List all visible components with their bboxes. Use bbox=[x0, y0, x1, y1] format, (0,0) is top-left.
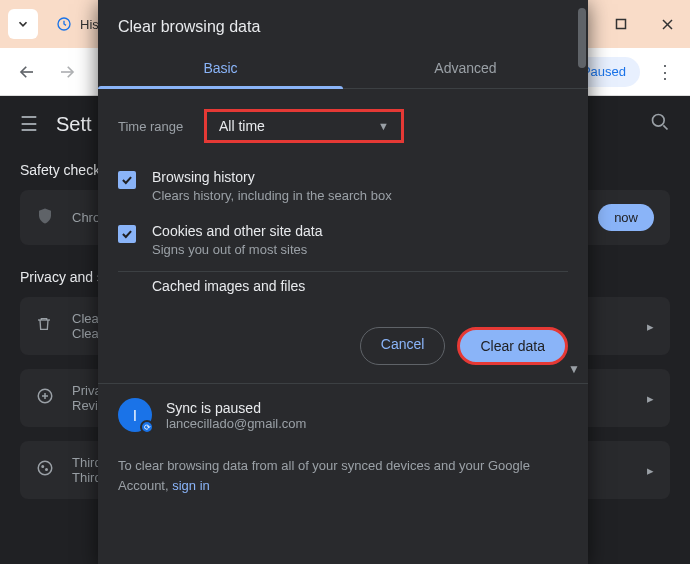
svg-point-20 bbox=[38, 461, 52, 475]
cookie-icon bbox=[36, 459, 58, 481]
sync-status-row[interactable]: l ⟳ Sync is paused lancecillado@gmail.co… bbox=[98, 383, 588, 442]
checkbox-checked[interactable] bbox=[118, 171, 136, 189]
dialog-scrollbar[interactable] bbox=[576, 4, 588, 564]
chevron-right-icon: ▸ bbox=[647, 463, 654, 478]
tab-search-button[interactable] bbox=[8, 9, 38, 39]
search-icon[interactable] bbox=[650, 112, 670, 137]
check-now-button[interactable]: now bbox=[598, 204, 654, 231]
svg-point-22 bbox=[46, 469, 48, 471]
chevron-right-icon: ▸ bbox=[647, 391, 654, 406]
chevron-down-icon: ▼ bbox=[378, 120, 389, 132]
page-title: Sett bbox=[56, 113, 92, 136]
time-range-value: All time bbox=[219, 118, 265, 134]
maximize-button[interactable] bbox=[598, 4, 644, 44]
option-cache[interactable]: Cached images and files bbox=[98, 272, 588, 307]
svg-point-21 bbox=[42, 466, 44, 468]
sync-email: lancecillado@gmail.com bbox=[166, 416, 306, 431]
checkbox-checked[interactable] bbox=[118, 225, 136, 243]
shield-icon bbox=[36, 207, 58, 229]
chevron-right-icon: ▸ bbox=[647, 319, 654, 334]
svg-point-15 bbox=[653, 114, 665, 126]
safety-text: Chro bbox=[72, 210, 100, 225]
cancel-button[interactable]: Cancel bbox=[360, 327, 446, 365]
trash-icon bbox=[36, 316, 58, 336]
option-subtitle: Clears history, including in the search … bbox=[152, 188, 392, 203]
option-subtitle: Signs you out of most sites bbox=[152, 242, 322, 257]
svg-rect-3 bbox=[617, 20, 626, 29]
time-range-select[interactable]: All time ▼ bbox=[204, 109, 404, 143]
close-window-button[interactable] bbox=[644, 4, 690, 44]
svg-line-16 bbox=[663, 125, 667, 129]
option-title: Browsing history bbox=[152, 169, 392, 185]
tab-advanced[interactable]: Advanced bbox=[343, 50, 588, 88]
avatar: l ⟳ bbox=[118, 398, 152, 432]
option-browsing-history[interactable]: Browsing history Clears history, includi… bbox=[98, 159, 588, 213]
footer-note: To clear browsing data from all of your … bbox=[98, 442, 588, 495]
time-range-label: Time range bbox=[118, 119, 190, 134]
plus-circle-icon bbox=[36, 387, 58, 409]
chevron-down-icon[interactable]: ▼ bbox=[568, 362, 580, 376]
sync-title: Sync is paused bbox=[166, 400, 306, 416]
clear-data-button[interactable]: Clear data bbox=[457, 327, 568, 365]
option-cookies[interactable]: Cookies and other site data Signs you ou… bbox=[98, 213, 588, 267]
history-icon bbox=[56, 16, 72, 32]
clear-browsing-data-dialog: Clear browsing data Basic Advanced Time … bbox=[98, 0, 588, 564]
dialog-title: Clear browsing data bbox=[98, 0, 588, 50]
profile-status: Paused bbox=[582, 64, 626, 79]
forward-button[interactable] bbox=[50, 55, 84, 89]
option-title: Cached images and files bbox=[152, 278, 305, 294]
menu-icon[interactable]: ☰ bbox=[20, 112, 38, 136]
tab-basic[interactable]: Basic bbox=[98, 50, 343, 88]
browser-menu-button[interactable]: ⋮ bbox=[650, 61, 680, 83]
option-title: Cookies and other site data bbox=[152, 223, 322, 239]
sync-badge-icon: ⟳ bbox=[140, 420, 154, 434]
sign-in-link[interactable]: sign in bbox=[172, 478, 210, 493]
avatar-initial: l bbox=[133, 407, 136, 424]
back-button[interactable] bbox=[10, 55, 44, 89]
